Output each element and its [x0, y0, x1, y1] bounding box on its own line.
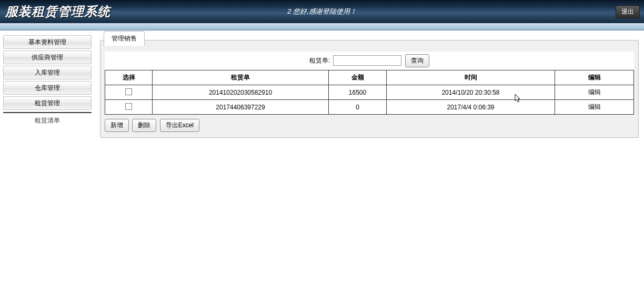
- table-row: 20174406397229 0 2017/4/4 0:06:39 编辑: [105, 100, 634, 115]
- cell-amount: 0: [329, 100, 387, 115]
- sidebar-item-instock[interactable]: 入库管理: [3, 66, 92, 79]
- delete-button[interactable]: 删除: [132, 119, 156, 132]
- th-order: 租赁单: [153, 70, 329, 85]
- search-button[interactable]: 查询: [405, 54, 429, 67]
- edit-link[interactable]: 编辑: [588, 88, 601, 96]
- th-edit: 编辑: [555, 70, 634, 85]
- search-label: 租赁单:: [309, 57, 330, 64]
- sidebar-item-supplier[interactable]: 供应商管理: [3, 50, 92, 64]
- row-checkbox[interactable]: [125, 88, 132, 95]
- table-row: 201410202030582910 16500 2014/10/20 20:3…: [105, 85, 634, 100]
- content-panel: 管理销售 租赁单: 查询 选择 租赁单 金额 时间 编辑: [100, 40, 639, 138]
- th-amount: 金额: [329, 70, 387, 85]
- table-header-row: 选择 租赁单 金额 时间 编辑: [105, 70, 634, 85]
- th-select: 选择: [105, 70, 153, 85]
- search-input[interactable]: [333, 55, 401, 66]
- sidebar-item-basic[interactable]: 基本资料管理: [3, 35, 92, 49]
- sidebar: 基本资料管理 供应商管理 入库管理 仓库管理 租赁管理 租赁清单: [0, 31, 95, 284]
- cell-amount: 16500: [329, 85, 387, 100]
- search-row: 租赁单: 查询: [105, 52, 634, 70]
- row-checkbox[interactable]: [125, 103, 132, 110]
- th-time: 时间: [387, 70, 555, 85]
- sidebar-sub-rentlist[interactable]: 租赁清单: [3, 112, 92, 128]
- header-subbar: [0, 23, 644, 31]
- action-bar: 新增 删除 导出Excel: [105, 119, 634, 132]
- cell-order: 201410202030582910: [153, 85, 329, 100]
- welcome-text: 2 您好,感谢登陆使用！: [287, 7, 356, 16]
- tab-manage-sale[interactable]: 管理销售: [104, 31, 145, 46]
- edit-link[interactable]: 编辑: [588, 103, 601, 110]
- main-area: 管理销售 租赁单: 查询 选择 租赁单 金额 时间 编辑: [95, 31, 644, 284]
- header-bar: 服装租赁管理系统 2 您好,感谢登陆使用！ 退出: [0, 0, 644, 23]
- sidebar-item-rent[interactable]: 租赁管理: [3, 96, 92, 110]
- cell-time: 2017/4/4 0:06:39: [387, 100, 555, 115]
- export-button[interactable]: 导出Excel: [160, 119, 199, 132]
- cell-time: 2014/10/20 20:30:58: [387, 85, 555, 100]
- sidebar-item-warehouse[interactable]: 仓库管理: [3, 81, 92, 95]
- add-button[interactable]: 新增: [105, 119, 129, 132]
- logout-button[interactable]: 退出: [616, 5, 640, 18]
- data-table: 选择 租赁单 金额 时间 编辑 201410202030582910 16500…: [105, 70, 634, 115]
- tab-bar: 管理销售: [100, 34, 638, 45]
- app-title: 服装租赁管理系统: [5, 3, 110, 20]
- cell-order: 20174406397229: [153, 100, 329, 115]
